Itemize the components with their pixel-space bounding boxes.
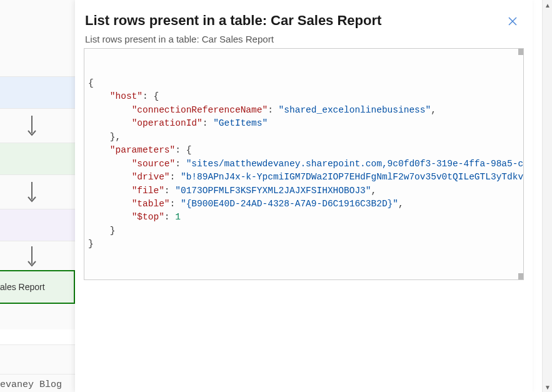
flow-canvas-background: ales Report evaney Blog: [0, 0, 75, 392]
panel-header: List rows present in a table: Car Sales …: [84, 9, 524, 34]
close-button[interactable]: [504, 13, 521, 30]
arrow-down-icon: [26, 246, 38, 269]
panel-title: List rows present in a table: Car Sales …: [85, 13, 381, 29]
flow-step-green[interactable]: [0, 143, 75, 175]
page-scrollbar[interactable]: ▲ ▼: [542, 0, 552, 392]
flow-footer-label: evaney Blog: [0, 379, 62, 390]
scroll-down-icon[interactable]: ▼: [543, 382, 552, 392]
scrollbar-thumb-bottom[interactable]: [518, 273, 523, 279]
flow-step-purple[interactable]: [0, 209, 75, 241]
peek-code-panel: List rows present in a table: Car Sales …: [75, 0, 533, 392]
code-viewer[interactable]: { "host": { "connectionReferenceName": "…: [84, 48, 524, 280]
arrow-down-icon: [26, 182, 38, 204]
panel-subtitle: List rows present in a table: Car Sales …: [84, 34, 524, 47]
flow-step-blue[interactable]: [0, 76, 75, 109]
flow-footer-row: evaney Blog: [0, 374, 75, 392]
scrollbar-thumb-top[interactable]: [518, 49, 523, 55]
flow-step-divider: [0, 329, 75, 345]
arrow-down-icon: [26, 116, 38, 138]
close-icon: [508, 16, 518, 26]
flow-step-label: ales Report: [0, 282, 45, 292]
scroll-up-icon[interactable]: ▲: [543, 0, 552, 10]
flow-step-selected[interactable]: ales Report: [0, 270, 75, 304]
